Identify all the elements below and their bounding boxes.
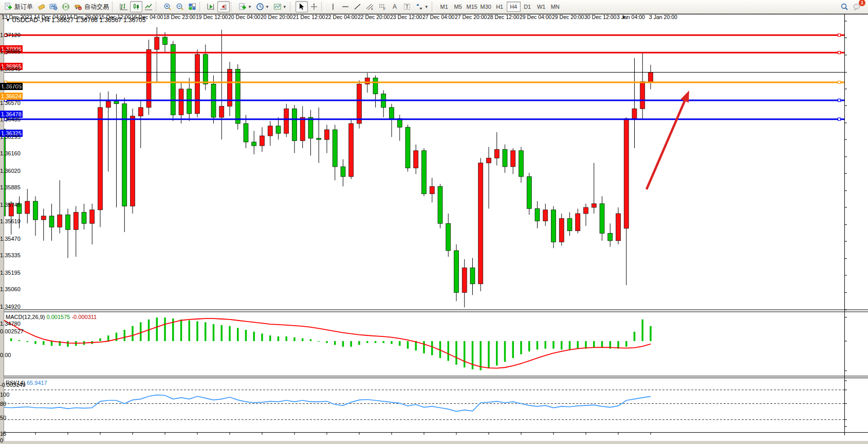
macd-bar: [334, 341, 336, 345]
macd-bar: [399, 341, 401, 346]
candle-down: [470, 268, 475, 284]
macd-bar: [43, 341, 45, 345]
price-axis-tick: 1.36160: [0, 150, 21, 157]
candle-up: [462, 268, 467, 293]
price-axis-tick: 1.35470: [0, 235, 21, 242]
line-handle: [838, 51, 841, 54]
candle-down: [187, 89, 192, 114]
candle-up: [284, 109, 289, 133]
chart-canvas[interactable]: [0, 0, 868, 444]
candle-down: [608, 233, 613, 240]
macd-bar: [545, 341, 547, 349]
time-axis-label: 20 Dec 20:00: [261, 14, 292, 20]
candle-up: [632, 109, 637, 118]
candle-down: [446, 223, 451, 251]
candle-down: [390, 108, 394, 119]
macd-bar: [124, 330, 126, 341]
candles-layer: [1, 27, 653, 307]
price-axis-tick: 1.36435: [0, 116, 21, 123]
macd-axis-tick: 0.002527: [0, 328, 24, 335]
candle-up: [195, 55, 200, 114]
price-axis-tick: 1.35335: [0, 252, 21, 259]
macd-bar: [293, 338, 296, 341]
candle-up: [146, 49, 151, 108]
candle-down: [600, 204, 604, 234]
macd-bar: [261, 333, 263, 341]
macd-bar: [278, 336, 280, 341]
price-axis-tick: 1.35745: [0, 201, 21, 208]
macd-bar: [156, 317, 158, 341]
time-axis-label: 27 Dec 04:00: [422, 14, 454, 20]
candle-down: [405, 127, 410, 168]
time-axis-label: 14 Dec 20:00: [66, 14, 98, 20]
macd-bar: [472, 341, 474, 369]
macd-pane-label: MACD(12,26,9) 0.001575 -0.000311: [6, 314, 97, 320]
candle-up: [98, 108, 103, 210]
chart-window: ▼ USDCAD-,H4 1.36627 1.36766 1.36567 1.3…: [0, 14, 868, 444]
price-axis-tick: 1.35060: [0, 286, 21, 293]
candle-down: [308, 117, 313, 138]
candle-up: [494, 149, 499, 158]
macd-bar: [196, 322, 198, 341]
line-handle: [838, 99, 841, 101]
macd-bar: [455, 341, 457, 365]
macd-bar: [625, 341, 627, 347]
rsi-line: [3, 395, 651, 412]
time-axis-label: 27 Dec 20:00: [455, 14, 487, 20]
macd-histogram: [2, 317, 652, 370]
time-axis-label: 29 Dec 20:00: [552, 14, 584, 20]
candle-up: [584, 207, 588, 214]
time-axis-label: 22 Dec 20:00: [358, 14, 390, 20]
candle-down: [317, 138, 321, 139]
macd-bar: [504, 341, 506, 362]
candle-up: [616, 214, 621, 241]
price-line-badge: 1.36624: [0, 93, 23, 100]
candle-up: [131, 116, 135, 206]
line-handle: [838, 81, 841, 83]
candle-up: [559, 219, 564, 242]
price-axis-tick: 1.34920: [0, 303, 21, 310]
annotation-arrow-line: [647, 98, 686, 189]
rsi-axis-tick: 100: [0, 391, 9, 398]
macd-bar: [650, 326, 652, 341]
price-axis-tick: 1.35610: [0, 218, 21, 225]
macd-bar: [601, 341, 603, 348]
time-axis-label: 21 Dec 12:00: [293, 14, 325, 20]
candle-up: [300, 117, 305, 141]
candle-down: [438, 186, 442, 223]
candle-up: [138, 108, 143, 116]
candle-down: [333, 130, 337, 167]
macd-bar: [189, 321, 191, 341]
line-handle: [838, 34, 841, 37]
price-axis-tick: 1.36845: [0, 65, 21, 73]
macd-bar: [253, 332, 255, 341]
macd-bar: [342, 341, 344, 347]
macd-axis-tick: -0.003149: [0, 381, 26, 388]
candle-down: [454, 251, 459, 293]
macd-bar: [245, 330, 247, 341]
candle-down: [422, 151, 427, 194]
macd-bar: [67, 341, 69, 347]
candle-up: [624, 118, 629, 228]
macd-bar: [164, 317, 166, 341]
candle-down: [373, 78, 378, 94]
candle-down: [114, 101, 119, 104]
rsi-axis-tick: 80: [0, 400, 6, 407]
candle-up: [73, 212, 78, 230]
candle-down: [519, 151, 524, 176]
macd-bar: [269, 335, 271, 341]
macd-bar: [213, 324, 215, 341]
macd-bar: [383, 341, 385, 343]
macd-bar: [496, 341, 498, 366]
macd-bar: [480, 341, 482, 370]
candle-up: [219, 106, 224, 117]
macd-bar: [561, 341, 563, 349]
candle-down: [341, 167, 345, 176]
macd-main-value: 0.001575: [46, 314, 70, 320]
macd-bar: [107, 335, 109, 341]
macd-bar: [326, 341, 328, 343]
price-axis-tick: 1.36295: [0, 133, 21, 140]
macd-bar: [552, 341, 555, 349]
macd-bar: [229, 326, 231, 341]
rsi-axis-tick: 15: [0, 430, 6, 437]
